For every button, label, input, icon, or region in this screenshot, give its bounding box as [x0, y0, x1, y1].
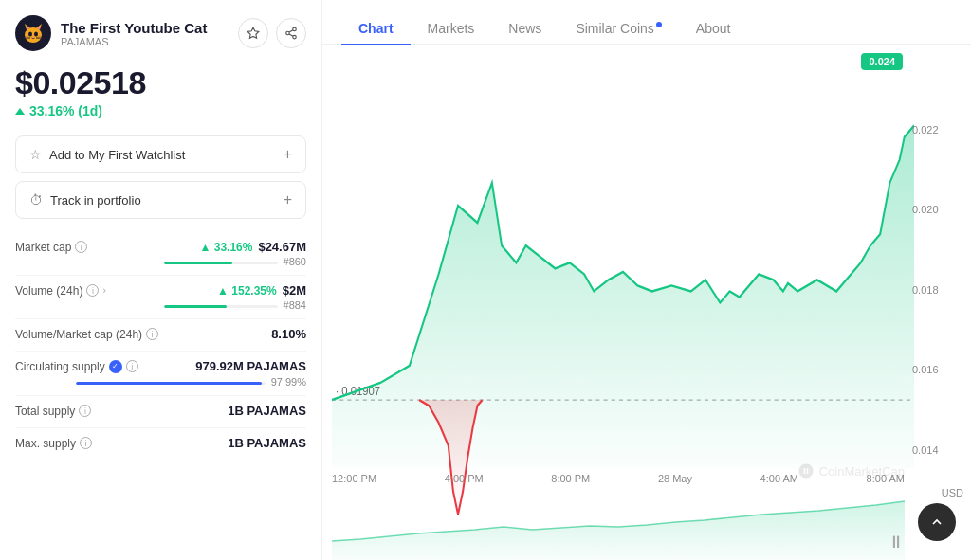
- total-supply-row: Total supply i 1B PAJAMAS: [15, 396, 306, 428]
- tab-similar-coins[interactable]: Similar Coins: [559, 13, 678, 45]
- vol-market-cap-label: Volume/Market cap (24h) i: [15, 328, 158, 341]
- svg-line-18: [289, 30, 293, 32]
- y-axis: 0.022 0.020 0.018 0.016 0.014: [912, 55, 967, 456]
- svg-point-1: [25, 27, 42, 43]
- price-change: 33.16% (1d): [15, 103, 306, 118]
- coin-header-left: The First Youtube Cat PAJAMAS: [15, 15, 207, 51]
- svg-point-15: [286, 31, 290, 35]
- total-supply-info-icon[interactable]: i: [79, 405, 91, 417]
- right-panel: Chart Markets News Similar Coins About: [322, 0, 971, 560]
- svg-point-16: [293, 35, 297, 39]
- market-cap-value: $24.67M: [258, 240, 306, 254]
- verified-icon: ✓: [109, 360, 122, 373]
- coin-header: The First Youtube Cat PAJAMAS: [15, 15, 306, 51]
- coin-actions: [238, 18, 306, 48]
- svg-point-8: [32, 36, 34, 37]
- volume-rank: #884: [284, 299, 306, 311]
- max-supply-row: Max. supply i 1B PAJAMAS: [15, 428, 306, 460]
- plus-icon: +: [284, 146, 292, 163]
- x-label-5: 4:00 AM: [760, 473, 798, 484]
- portfolio-icon: ⏱: [29, 192, 43, 208]
- market-cap-label: Market cap i: [15, 241, 87, 254]
- market-cap-bar: [164, 262, 278, 264]
- market-cap-info-icon[interactable]: i: [75, 241, 87, 253]
- share-button[interactable]: [276, 18, 306, 48]
- x-label-3: 8:00 PM: [551, 473, 590, 484]
- action-buttons: ☆ Add to My First Watchlist + ⏱ Track in…: [15, 135, 306, 219]
- circulating-supply-row: Circulating supply ✓ i 979.92M PAJAMAS 9…: [15, 352, 306, 396]
- portfolio-label: Track in portfolio: [50, 193, 141, 208]
- circulating-supply-value: 979.92M PAJAMAS: [195, 359, 306, 373]
- left-panel: The First Youtube Cat PAJAMAS $0.02518: [0, 0, 322, 560]
- x-label-2: 4:00 PM: [445, 473, 484, 484]
- usd-label: USD: [942, 487, 963, 498]
- market-cap-rank: #860: [284, 256, 306, 267]
- chart-area: · 0.01907 0.024 0.022 0.020 0.018 0.0: [322, 45, 971, 560]
- price-display: $0.02518: [15, 64, 306, 101]
- stats-section: Market cap i ▲ 33.16% $24.67M #860 Volum…: [15, 232, 306, 560]
- price-block: $0.02518 33.16% (1d): [15, 64, 306, 118]
- add-watchlist-button[interactable]: ☆ Add to My First Watchlist +: [15, 135, 306, 173]
- vol-market-cap-row: Volume/Market cap (24h) i 8.10%: [15, 319, 306, 352]
- circulating-pct: 97.99%: [271, 376, 306, 388]
- coin-name-block: The First Youtube Cat PAJAMAS: [61, 20, 207, 47]
- max-supply-info-icon[interactable]: i: [80, 437, 92, 449]
- total-supply-value: 1B PAJAMAS: [228, 404, 306, 418]
- x-label-1: 12:00 PM: [332, 473, 376, 484]
- circulating-supply-label: Circulating supply ✓ i: [15, 360, 138, 373]
- pause-button[interactable]: ⏸: [888, 533, 905, 552]
- coin-name: The First Youtube Cat: [61, 20, 207, 36]
- svg-point-7: [34, 32, 38, 37]
- watermark: CoinMarketCap: [797, 462, 905, 479]
- scroll-to-top-button[interactable]: [918, 503, 956, 541]
- volume-info-icon[interactable]: i: [86, 284, 99, 297]
- tabs-bar: Chart Markets News Similar Coins About: [322, 0, 971, 45]
- vol-market-cap-info-icon[interactable]: i: [146, 328, 158, 340]
- svg-point-14: [293, 27, 297, 31]
- x-label-4: 28 May: [658, 473, 692, 484]
- tab-chart[interactable]: Chart: [341, 13, 411, 45]
- volume-bar: [164, 305, 278, 308]
- watchlist-label: Add to My First Watchlist: [49, 148, 185, 162]
- coin-symbol: PAJAMAS: [61, 36, 207, 47]
- market-cap-row: Market cap i ▲ 33.16% $24.67M #860: [15, 232, 306, 276]
- mini-chart: [332, 494, 905, 560]
- circulating-bar: [76, 382, 266, 385]
- coin-logo: [15, 15, 51, 51]
- tab-markets[interactable]: Markets: [411, 13, 492, 45]
- vol-market-cap-value: 8.10%: [271, 327, 306, 341]
- track-portfolio-button[interactable]: ⏱ Track in portfolio +: [15, 181, 306, 219]
- star-button[interactable]: [238, 18, 268, 48]
- star-small-icon: ☆: [29, 147, 42, 162]
- circulating-info-icon[interactable]: i: [126, 360, 138, 372]
- similar-coins-badge: [656, 22, 662, 27]
- volume-chevron-icon[interactable]: ›: [102, 285, 105, 296]
- chart-container: · 0.01907 0.024 0.022 0.020 0.018 0.0: [322, 45, 971, 560]
- tab-about[interactable]: About: [679, 13, 748, 45]
- max-supply-value: 1B PAJAMAS: [228, 436, 306, 450]
- svg-line-17: [289, 34, 293, 36]
- current-price-badge: 0.024: [861, 53, 903, 70]
- volume-label: Volume (24h) i ›: [15, 284, 106, 298]
- svg-marker-13: [247, 27, 259, 38]
- tab-news[interactable]: News: [491, 13, 559, 45]
- total-supply-label: Total supply i: [15, 405, 91, 418]
- plus-icon-2: +: [284, 191, 292, 208]
- volume-value: $2M: [283, 283, 306, 298]
- volume-change: ▲ 152.35%: [217, 284, 277, 298]
- svg-point-6: [28, 32, 32, 37]
- market-cap-change: ▲ 33.16%: [199, 241, 252, 254]
- max-supply-label: Max. supply i: [15, 437, 92, 450]
- up-arrow-icon: [15, 108, 25, 115]
- volume-row: Volume (24h) i › ▲ 152.35% $2M #884: [15, 276, 306, 319]
